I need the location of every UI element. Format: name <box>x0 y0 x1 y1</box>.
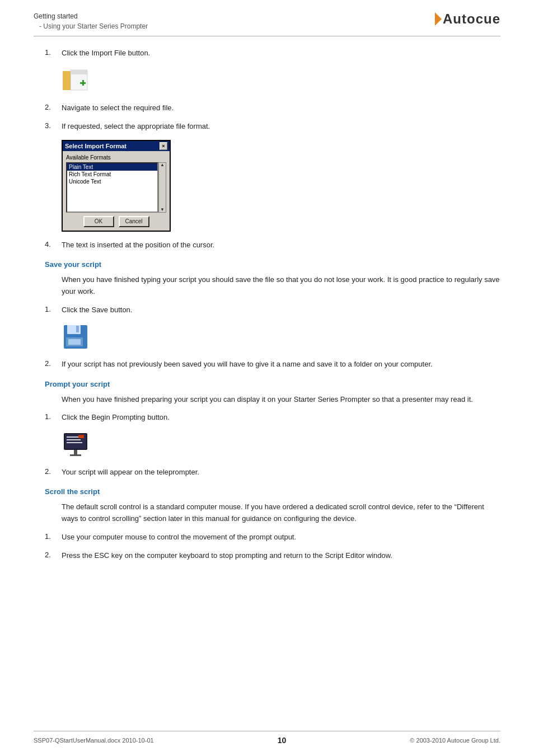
dialog-listbox-container: Plain Text Rich Text Format Unicode Text… <box>66 162 166 213</box>
dialog-titlebar: Select Import Format × <box>63 141 170 151</box>
begin-prompting-icon <box>62 431 92 459</box>
scroll-step-2-text: Press the ESC key on the computer keyboa… <box>62 550 500 561</box>
dialog-available-formats-label: Available Formats <box>66 154 166 161</box>
svg-rect-3 <box>71 70 87 74</box>
page-header: Getting started - Using your Starter Ser… <box>34 11 500 36</box>
breadcrumb-line2: - Using your Starter Series Prompter <box>34 21 148 31</box>
svg-rect-8 <box>76 326 79 332</box>
save-step-1-number: 1. <box>45 304 62 313</box>
prompt-step-2: 2. Your script will appear on the telepr… <box>45 467 500 478</box>
dialog-content: Available Formats Plain Text Rich Text F… <box>63 151 170 231</box>
header-breadcrumb: Getting started - Using your Starter Ser… <box>34 11 148 31</box>
step-3-number: 3. <box>45 121 62 130</box>
list-item-rich-text[interactable]: Rich Text Format <box>67 171 157 178</box>
dialog-cancel-button[interactable]: Cancel <box>119 216 149 227</box>
svg-rect-15 <box>67 442 82 443</box>
scroll-step-1-text: Use your computer mouse to control the m… <box>62 532 500 543</box>
step-2: 2. Navigate to select the required file. <box>45 102 500 114</box>
dialog-box: Select Import Format × Available Formats… <box>62 140 171 232</box>
select-import-format-dialog: Select Import Format × Available Formats… <box>62 140 500 232</box>
scroll-script-para: The default scroll control is a standard… <box>45 501 500 525</box>
dialog-listbox[interactable]: Plain Text Rich Text Format Unicode Text <box>66 162 158 213</box>
save-step-2-text: If your script has not previously been s… <box>62 359 500 370</box>
prompt-step-1-number: 1. <box>45 412 62 421</box>
footer-copyright: © 2003-2010 Autocue Group Ltd. <box>410 737 500 744</box>
save-step-2-number: 2. <box>45 359 62 368</box>
dialog-close-button[interactable]: × <box>160 142 167 150</box>
svg-rect-10 <box>68 339 81 345</box>
main-content: 1. Click the Import File button. <box>34 48 500 561</box>
step-4-number: 4. <box>45 240 62 248</box>
scroll-step-2: 2. Press the ESC key on the computer key… <box>45 550 500 561</box>
step-4: 4. The text is inserted at the position … <box>45 240 500 251</box>
page-footer: SSP07-QStartUserManual.docx 2010-10-01 1… <box>34 731 500 745</box>
begin-prompting-icon-block <box>62 431 500 459</box>
list-item-unicode-text[interactable]: Unicode Text <box>67 178 157 185</box>
prompt-step-2-number: 2. <box>45 467 62 476</box>
save-step-1: 1. Click the Save button. <box>45 304 500 316</box>
logo-arrow-icon <box>435 12 442 26</box>
import-icon-block <box>62 67 500 95</box>
scroll-step-2-number: 2. <box>45 550 62 559</box>
step-3-text: If requested, select the appropriate fil… <box>62 121 500 132</box>
prompt-step-1-text: Click the Begin Prompting button. <box>62 412 500 423</box>
step-2-text: Navigate to select the required file. <box>62 102 500 114</box>
svg-rect-5 <box>82 80 84 86</box>
dialog-ok-button[interactable]: OK <box>83 216 114 227</box>
step-1-text: Click the Import File button. <box>62 48 500 59</box>
save-step-2: 2. If your script has not previously bee… <box>45 359 500 370</box>
save-button-icon <box>62 323 92 351</box>
svg-rect-17 <box>70 454 81 456</box>
dialog-scrollbar[interactable]: ▲ ▼ <box>158 162 166 213</box>
page-container: Getting started - Using your Starter Ser… <box>0 0 534 756</box>
dialog-buttons: OK Cancel <box>66 216 166 227</box>
dialog-title: Select Import Format <box>65 143 127 149</box>
prompt-script-heading: Prompt your script <box>45 380 500 388</box>
step-4-text: The text is inserted at the position of … <box>62 240 500 251</box>
breadcrumb-line1: Getting started <box>34 11 148 21</box>
list-item-plain-text[interactable]: Plain Text <box>67 163 157 171</box>
import-file-icon <box>62 67 92 95</box>
save-step-1-text: Click the Save button. <box>62 304 500 316</box>
svg-rect-14 <box>67 439 81 440</box>
svg-rect-16 <box>74 450 77 454</box>
prompt-step-2-text: Your script will appear on the telepromp… <box>62 467 500 478</box>
save-icon-block <box>62 323 500 351</box>
step-3: 3. If requested, select the appropriate … <box>45 121 500 132</box>
save-script-heading: Save your script <box>45 260 500 269</box>
scroll-script-heading: Scroll the script <box>45 487 500 496</box>
prompt-script-para: When you have finished preparing your sc… <box>45 394 500 406</box>
footer-left-text: SSP07-QStartUserManual.docx 2010-10-01 <box>34 737 154 744</box>
scroll-step-1: 1. Use your computer mouse to control th… <box>45 532 500 543</box>
step-1-number: 1. <box>45 48 62 57</box>
step-2-number: 2. <box>45 102 62 111</box>
svg-rect-18 <box>78 435 84 438</box>
step-1: 1. Click the Import File button. <box>45 48 500 59</box>
logo-text: Autocue <box>443 11 500 27</box>
save-script-para: When you have finished typing your scrip… <box>45 274 500 298</box>
footer-page-number: 10 <box>278 736 287 745</box>
autocue-logo: Autocue <box>435 11 500 27</box>
scroll-step-1-number: 1. <box>45 532 62 541</box>
prompt-step-1: 1. Click the Begin Prompting button. <box>45 412 500 423</box>
